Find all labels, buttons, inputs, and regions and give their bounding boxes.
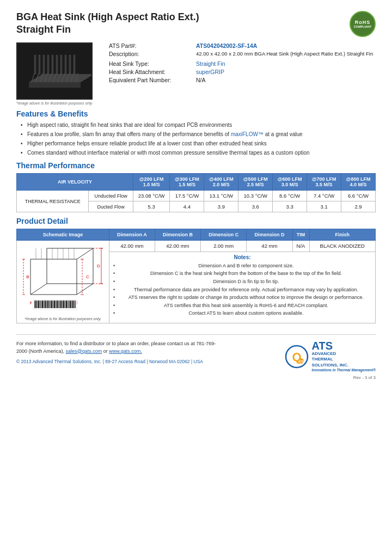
product-detail-table: Schematic Image Dimension A Dimension B … bbox=[16, 229, 376, 323]
svg-rect-91 bbox=[72, 301, 74, 308]
svg-rect-86 bbox=[66, 301, 67, 308]
spec-row-equivalent: Equivalent Part Number: N/A bbox=[109, 77, 376, 83]
page-title: BGA Heat Sink (High Aspect Ratio Ext.) S… bbox=[16, 11, 199, 36]
svg-rect-70 bbox=[45, 301, 46, 308]
spec-row-type: Heat Sink Type: Straight Fin bbox=[109, 60, 376, 67]
maxiflow-link: maxiFLOW™ bbox=[231, 131, 264, 137]
product-info-section: *Image above is for illustration purpose… bbox=[16, 42, 376, 105]
svg-rect-17 bbox=[47, 55, 49, 74]
description-label: Description: bbox=[109, 51, 196, 57]
svg-rect-22 bbox=[69, 55, 71, 74]
header-area: BGA Heat Sink (High Aspect Ratio Ext.) S… bbox=[16, 11, 376, 37]
ducted-400: 3.9 bbox=[204, 201, 238, 212]
unducted-200: 23.08 °C/W bbox=[133, 191, 170, 201]
svg-rect-85 bbox=[65, 301, 65, 308]
unducted-600: 8.6 °C/W bbox=[273, 191, 307, 201]
features-heading: Features & Benefits bbox=[16, 109, 376, 118]
features-list: High aspect ratio, straight fin heat sin… bbox=[16, 121, 376, 157]
svg-rect-80 bbox=[58, 301, 59, 308]
svg-text:B: B bbox=[26, 274, 29, 279]
product-title: BGA Heat Sink (High Aspect Ratio Ext.) S… bbox=[16, 11, 199, 36]
col-finish: Finish bbox=[309, 229, 375, 241]
table-row: THERMAL RESISTANCE Unducted Flow 23.08 °… bbox=[17, 191, 376, 201]
ats-text-block: ATS ADVANCEDTHERMALSOLUTIONS, INC. Innov… bbox=[312, 340, 376, 373]
svg-rect-73 bbox=[49, 301, 50, 308]
svg-rect-16 bbox=[43, 55, 45, 74]
note-item: Thermal performance data are provided fo… bbox=[113, 286, 373, 293]
svg-rect-79 bbox=[57, 301, 58, 308]
svg-rect-77 bbox=[54, 301, 55, 308]
svg-rect-15 bbox=[39, 55, 40, 74]
note-item: ATS reserves the right to update or chan… bbox=[113, 294, 373, 301]
equivalent-label: Equivalent Part Number: bbox=[109, 77, 196, 83]
svg-rect-82 bbox=[60, 301, 62, 308]
dim-b-value: 42.00 mm bbox=[155, 241, 200, 252]
page: BGA Heat Sink (High Aspect Ratio Ext.) S… bbox=[0, 0, 392, 551]
tim-value: N/A bbox=[292, 241, 309, 252]
part-label: ATS Part#: bbox=[109, 42, 196, 49]
svg-rect-74 bbox=[50, 301, 51, 308]
col-700lfm: @700 LFM3.5 M/S bbox=[307, 174, 341, 191]
svg-rect-78 bbox=[56, 301, 56, 308]
product-specs: ATS Part#: ATS042042002-SF-14A Descripti… bbox=[109, 42, 376, 105]
svg-rect-19 bbox=[56, 55, 58, 74]
svg-rect-65 bbox=[38, 301, 39, 308]
note-item: ATS certifies that this heat sink assemb… bbox=[113, 302, 373, 309]
dim-c-value: 2.00 mm bbox=[201, 241, 247, 252]
attachment-label: Heat Sink Attachment: bbox=[109, 69, 196, 75]
ats-slogan: Innovations in Thermal Management® bbox=[312, 368, 376, 372]
ats-q-logo: Q ATS bbox=[285, 345, 309, 369]
footer-area: For more information, to find a distribu… bbox=[16, 340, 376, 373]
footer-email-link[interactable]: sales@qats.com bbox=[66, 348, 102, 354]
ducted-label: Ducted Flow bbox=[89, 201, 133, 212]
ducted-700: 3.1 bbox=[307, 201, 341, 212]
unducted-400: 13.1 °C/W bbox=[204, 191, 238, 201]
svg-rect-64 bbox=[37, 301, 38, 308]
svg-rect-14 bbox=[34, 55, 36, 74]
description-value: 42.00 x 42.00 x 2.00 mm BGA Heat Sink (H… bbox=[196, 51, 373, 57]
finish-value: BLACK ANODIZED bbox=[309, 241, 375, 252]
ats-logo-area: Q ATS ATS ADVANCEDTHERMALSOLUTIONS, INC.… bbox=[285, 340, 376, 373]
col-schematic: Schematic Image bbox=[17, 229, 109, 241]
svg-rect-20 bbox=[60, 55, 62, 74]
footer-copyright: © 2013 Advanced Thermal Solutions, Inc. … bbox=[16, 358, 223, 365]
footer-website-link[interactable]: www.qats.com. bbox=[109, 348, 142, 354]
rohs-sub: COMPLIANT bbox=[354, 25, 372, 29]
ducted-500: 3.6 bbox=[238, 201, 273, 212]
ducted-200: 5.3 bbox=[133, 201, 170, 212]
ducted-300: 4.4 bbox=[170, 201, 204, 212]
svg-rect-75 bbox=[51, 301, 52, 308]
heat-sink-type-value: Straight Fin bbox=[196, 60, 225, 67]
col-800lfm: @800 LFM4.0 M/S bbox=[341, 174, 376, 191]
ats-big-text: ATS bbox=[312, 340, 376, 351]
ats-full-text: ADVANCEDTHERMALSOLUTIONS, INC. bbox=[312, 351, 376, 368]
col-200lfm: @200 LFM1.0 M/S bbox=[133, 174, 170, 191]
note-item: Dimension A and B refer to component siz… bbox=[113, 262, 373, 270]
svg-rect-23 bbox=[74, 55, 75, 74]
svg-rect-88 bbox=[69, 301, 69, 308]
svg-rect-83 bbox=[62, 301, 63, 308]
spec-row-attachment: Heat Sink Attachment: superGRIP bbox=[109, 69, 376, 75]
schematic-caption: *Image above is for illustration purpose… bbox=[19, 317, 107, 321]
list-item: High aspect ratio, straight fin heat sin… bbox=[21, 121, 376, 129]
unducted-label: Unducted Flow bbox=[89, 191, 133, 201]
attachment-value: superGRIP bbox=[196, 69, 224, 75]
svg-rect-92 bbox=[74, 301, 75, 308]
svg-rect-71 bbox=[46, 301, 47, 308]
heat-sink-type-label: Heat Sink Type: bbox=[109, 60, 196, 67]
footer-contact-text: For more information, to find a distribu… bbox=[16, 340, 223, 355]
spec-row-part: ATS Part#: ATS042042002-SF-14A bbox=[109, 42, 376, 49]
rohs-badge: RoHS COMPLIANT bbox=[350, 11, 376, 37]
col-300lfm: @300 LFM1.5 M/S bbox=[170, 174, 204, 191]
svg-text:ATS: ATS bbox=[298, 360, 304, 363]
ducted-800: 2.9 bbox=[341, 201, 376, 212]
unducted-300: 17.5 °C/W bbox=[170, 191, 204, 201]
list-item: Comes standard without interface materia… bbox=[21, 149, 376, 157]
svg-rect-87 bbox=[68, 301, 68, 308]
col-600lfm: @600 LFM3.0 M/S bbox=[273, 174, 307, 191]
col-dim-b: Dimension B bbox=[155, 229, 200, 241]
unducted-700: 7.4 °C/W bbox=[307, 191, 341, 201]
unducted-500: 10.3 °C/W bbox=[238, 191, 273, 201]
note-item: Dimension D is fin tip to fin tip. bbox=[113, 278, 373, 285]
spec-row-desc: Description: 42.00 x 42.00 x 2.00 mm BGA… bbox=[109, 51, 376, 57]
